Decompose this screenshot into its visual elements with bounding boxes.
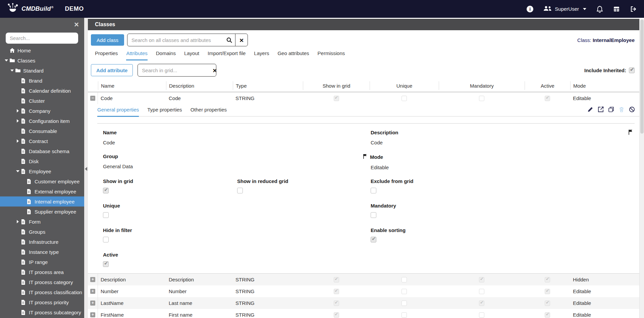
notifications-bell-icon[interactable] <box>596 5 603 13</box>
delete-trash-icon[interactable] <box>618 106 625 113</box>
open-editor-icon[interactable] <box>597 106 604 113</box>
sidebar-item-disk[interactable]: Disk <box>0 156 84 166</box>
unique-checkbox[interactable] <box>103 212 109 218</box>
user-menu[interactable]: SuperUser <box>543 6 586 12</box>
sidebar-item-cluster[interactable]: Cluster <box>0 96 84 106</box>
sidebar-search-input[interactable] <box>6 33 78 44</box>
sidebar-item-employee[interactable]: Employee <box>0 166 84 176</box>
unique-grid-checkbox <box>401 96 407 101</box>
column-header-type[interactable]: Type <box>233 81 303 90</box>
column-header-active[interactable]: Active <box>525 81 570 90</box>
sidebar-item-database-schema[interactable]: Database schema <box>0 146 84 156</box>
active-checkbox[interactable] <box>103 261 109 267</box>
hide-in-filter-checkbox[interactable] <box>103 237 109 242</box>
expand-row-icon[interactable]: + <box>88 285 98 297</box>
caret-right-icon[interactable] <box>15 220 20 223</box>
info-icon[interactable]: i <box>527 6 533 12</box>
attribute-row-description[interactable]: +DescriptionDescriptionSTRINGHidden <box>88 274 639 285</box>
detail-tab-other-properties[interactable]: Other properties <box>191 107 227 116</box>
disable-ban-icon[interactable] <box>629 106 635 113</box>
expand-row-icon[interactable]: + <box>88 274 98 285</box>
sidebar-item-calendar-definition[interactable]: Calendar definition <box>0 86 84 96</box>
sidebar-item-form[interactable]: Form <box>0 217 84 227</box>
caret-down-icon[interactable] <box>15 170 20 172</box>
tab-attributes[interactable]: Attributes <box>126 50 147 60</box>
detail-tab-type-properties[interactable]: Type properties <box>147 107 182 116</box>
grid-search-input[interactable] <box>138 67 213 73</box>
caret-right-icon[interactable] <box>15 119 20 123</box>
column-header-mode[interactable]: Mode <box>570 81 639 90</box>
tab-properties[interactable]: Properties <box>95 50 118 60</box>
sidebar-item-internal-employee[interactable]: Internal employee <box>0 196 84 207</box>
tab-import-export-file[interactable]: Import/Export file <box>208 50 246 60</box>
copy-icon[interactable] <box>608 106 614 113</box>
search-clear-icon[interactable]: × <box>235 34 248 46</box>
column-header-unique[interactable]: Unique <box>370 81 439 90</box>
sidebar-close-icon[interactable]: × <box>74 20 79 29</box>
sidebar-item-company[interactable]: Company <box>0 106 84 116</box>
column-header-description[interactable]: Description <box>166 81 233 90</box>
sidebar-item-brand[interactable]: Brand <box>0 76 84 86</box>
add-attribute-button[interactable]: Add attribute <box>91 64 133 76</box>
sidebar-item-external-employee[interactable]: External employee <box>0 186 84 196</box>
sidebar-item-instance-type[interactable]: Instance type <box>0 247 84 257</box>
edit-pencil-icon[interactable] <box>587 106 594 113</box>
tab-layers[interactable]: Layers <box>254 50 269 60</box>
grid-search-clear-icon[interactable]: × <box>213 64 216 77</box>
tab-geo-attributes[interactable]: Geo attributes <box>277 50 309 60</box>
cell-mode: Editable <box>570 95 639 101</box>
cmdbuild-logo[interactable]: CMDBuild® <box>7 3 53 15</box>
include-inherited-checkbox[interactable] <box>629 67 635 73</box>
show-in-reduced-grid-checkbox[interactable] <box>237 188 243 193</box>
column-header-name[interactable]: Name <box>98 81 166 90</box>
translation-flag-icon[interactable] <box>628 129 633 137</box>
sidebar-item-it-process-area[interactable]: IT process area <box>0 267 84 277</box>
attribute-row-number[interactable]: +NumberNumberSTRINGEditable <box>88 285 639 297</box>
attribute-row-code[interactable]: −CodeCodeSTRINGEditable <box>88 92 639 104</box>
mode-value: Editable <box>371 165 635 170</box>
exclude-from-grid-checkbox[interactable] <box>371 188 376 193</box>
sidebar-item-consumable[interactable]: Consumable <box>0 126 84 136</box>
sidebar-item-it-process-classification[interactable]: IT process classification <box>0 287 84 297</box>
sidebar-item-groups[interactable]: Groups <box>0 227 84 237</box>
enable-sorting-checkbox[interactable] <box>371 237 376 242</box>
sidebar-item-classes[interactable]: Classes <box>0 55 84 65</box>
column-header-show-in-grid[interactable]: Show in grid <box>303 81 370 90</box>
logout-icon[interactable] <box>630 6 637 12</box>
sidebar-item-it-process-category[interactable]: IT process category <box>0 277 84 287</box>
collapse-row-icon[interactable]: − <box>88 92 98 104</box>
tab-layout[interactable]: Layout <box>184 50 199 60</box>
column-header-mandatory[interactable]: Mandatory <box>439 81 525 90</box>
search-icon[interactable] <box>223 34 235 46</box>
sidebar-item-it-process-subcategory[interactable]: IT process subcategory <box>0 307 84 317</box>
grid-apps-icon[interactable] <box>613 6 620 12</box>
caret-down-icon[interactable] <box>4 59 9 61</box>
sidebar-item-standard[interactable]: Standard <box>0 65 84 76</box>
expand-row-icon[interactable]: + <box>88 297 98 309</box>
detail-tab-general-properties[interactable]: General properties <box>97 107 139 117</box>
attribute-row-lastname[interactable]: +LastNameLast nameSTRINGEditable <box>88 297 639 309</box>
caret-right-icon[interactable] <box>15 139 20 143</box>
cell-name: LastName <box>98 300 166 306</box>
add-class-button[interactable]: Add class <box>91 34 124 46</box>
vertical-scrollbar[interactable] <box>639 19 644 318</box>
show-in-grid-checkbox[interactable] <box>103 188 109 193</box>
sidebar-item-configuration-item[interactable]: Configuration item <box>0 116 84 126</box>
sidebar-item-it-process-priority[interactable]: IT process priority <box>0 297 84 307</box>
scrollbar-thumb[interactable] <box>640 19 644 134</box>
expand-row-icon[interactable]: + <box>88 309 98 318</box>
sidebar-item-infrastructure[interactable]: Infrastructure <box>0 237 84 247</box>
sidebar-collapse-handle[interactable] <box>84 165 88 173</box>
caret-right-icon[interactable] <box>15 109 20 112</box>
sidebar-item-home[interactable]: Home <box>0 45 84 55</box>
sidebar-item-customer-employee[interactable]: Customer employee <box>0 176 84 186</box>
tab-domains[interactable]: Domains <box>156 50 176 60</box>
attribute-row-firstname[interactable]: +FirstNameFirst nameSTRINGEditable <box>88 309 639 318</box>
sidebar-item-contract[interactable]: Contract <box>0 136 84 146</box>
sidebar-item-ip-range[interactable]: IP range <box>0 257 84 267</box>
tab-permissions[interactable]: Permissions <box>318 50 345 60</box>
caret-down-icon[interactable] <box>10 70 14 72</box>
global-search-input[interactable] <box>127 37 223 43</box>
mandatory-checkbox[interactable] <box>371 212 376 218</box>
sidebar-item-supplier-employee[interactable]: Supplier employee <box>0 207 84 217</box>
